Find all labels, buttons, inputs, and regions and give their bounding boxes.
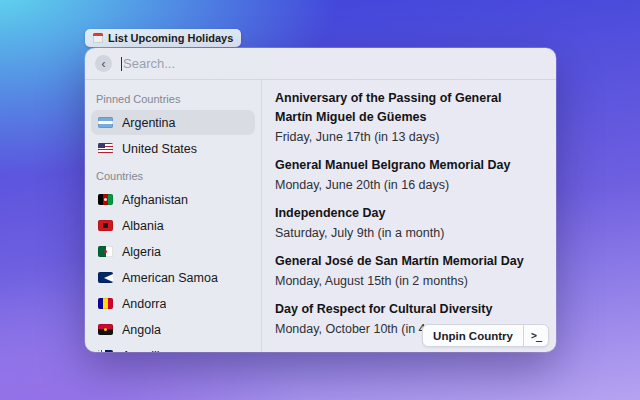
sidebar-item-label: Albania: [122, 219, 164, 233]
holiday-date: Monday, June 20th (in 16 days): [275, 176, 542, 195]
angola-flag-icon: [98, 324, 113, 335]
sidebar-item-label: American Samoa: [122, 271, 218, 285]
andorra-flag-icon: [98, 298, 113, 309]
sidebar-item-label: Anguilla: [122, 349, 166, 353]
sidebar-item-afghanistan[interactable]: Afghanistan: [91, 187, 255, 212]
country-sidebar: Pinned CountriesArgentinaUnited StatesCo…: [85, 80, 262, 352]
holiday-title: Day of Respect for Cultural Diversity: [275, 300, 542, 319]
sidebar-item-label: United States: [122, 142, 197, 156]
window-body: Pinned CountriesArgentinaUnited StatesCo…: [85, 80, 556, 352]
search-header: ‹: [85, 48, 556, 80]
holiday-date: Saturday, July 9th (in a month): [275, 224, 542, 243]
holiday-title: Anniversary of the Passing of General Ma…: [275, 89, 542, 127]
sidebar-item-label: Algeria: [122, 245, 161, 259]
argentina-flag-icon: [98, 117, 113, 128]
section-header-countries: Countries: [96, 170, 250, 182]
albania-flag-icon: [98, 220, 113, 231]
sidebar-item-label: Angola: [122, 323, 161, 337]
united-states-flag-icon: [98, 143, 113, 154]
desktop-background: List Upcoming Holidays ‹ Pinned Countrie…: [0, 0, 640, 400]
calendar-icon: [93, 33, 103, 43]
holiday-item: General José de San Martín Memorial DayM…: [275, 252, 542, 291]
holiday-detail-pane: Anniversary of the Passing of General Ma…: [262, 80, 556, 352]
algeria-flag-icon: [98, 246, 113, 257]
search-input[interactable]: [123, 56, 546, 71]
action-bar: Unpin Country >_: [422, 324, 549, 347]
sidebar-item-anguilla[interactable]: Anguilla: [91, 343, 255, 352]
holiday-date: Friday, June 17th (in 13 days): [275, 128, 542, 147]
terminal-icon-button[interactable]: >_: [524, 325, 548, 346]
holidays-window: ‹ Pinned CountriesArgentinaUnited States…: [85, 48, 556, 352]
american-samoa-flag-icon: [98, 272, 113, 283]
sidebar-item-label: Andorra: [122, 297, 166, 311]
section-header-pinned-countries: Pinned Countries: [96, 93, 250, 105]
sidebar-item-argentina[interactable]: Argentina: [91, 110, 255, 135]
terminal-prompt-icon: >_: [531, 330, 541, 341]
chevron-left-icon: ‹: [102, 57, 106, 71]
anguilla-flag-icon: [98, 350, 113, 352]
afghanistan-flag-icon: [98, 194, 113, 205]
back-button[interactable]: ‹: [95, 55, 112, 72]
sidebar-item-label: Argentina: [122, 116, 176, 130]
holiday-item: Independence DaySaturday, July 9th (in a…: [275, 204, 542, 243]
unpin-country-button[interactable]: Unpin Country: [423, 325, 523, 346]
sidebar-item-albania[interactable]: Albania: [91, 213, 255, 238]
sidebar-item-united-states[interactable]: United States: [91, 136, 255, 161]
holiday-list: Anniversary of the Passing of General Ma…: [275, 89, 542, 339]
holiday-title: General José de San Martín Memorial Day: [275, 252, 542, 271]
sidebar-item-label: Afghanistan: [122, 193, 188, 207]
holiday-title: Independence Day: [275, 204, 542, 223]
holiday-item: General Manuel Belgrano Memorial DayMond…: [275, 156, 542, 195]
sidebar-item-american-samoa[interactable]: American Samoa: [91, 265, 255, 290]
sidebar-item-angola[interactable]: Angola: [91, 317, 255, 342]
holiday-date: Monday, August 15th (in 2 months): [275, 272, 542, 291]
search-field: [121, 48, 546, 79]
text-caret: [121, 57, 122, 71]
command-pill-label: List Upcoming Holidays: [108, 32, 233, 44]
holiday-item: Anniversary of the Passing of General Ma…: [275, 89, 542, 147]
sidebar-item-andorra[interactable]: Andorra: [91, 291, 255, 316]
holiday-title: General Manuel Belgrano Memorial Day: [275, 156, 542, 175]
sidebar-item-algeria[interactable]: Algeria: [91, 239, 255, 264]
command-pill[interactable]: List Upcoming Holidays: [85, 29, 241, 47]
